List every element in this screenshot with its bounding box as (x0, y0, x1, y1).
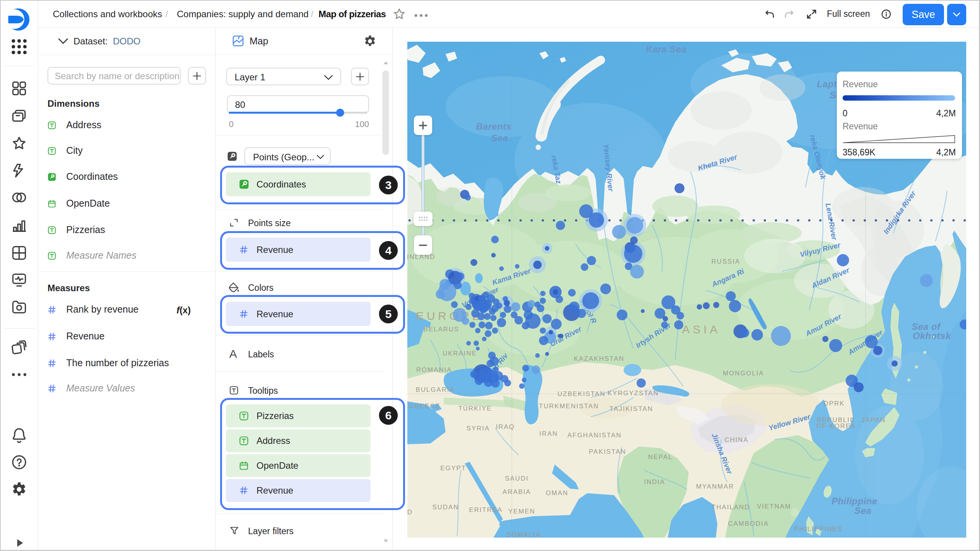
svg-text:INDIA: INDIA (644, 478, 665, 486)
svg-text:KYRGYZSTAN: KYRGYZSTAN (608, 390, 659, 397)
svg-text:IRAN: IRAN (539, 430, 558, 437)
svg-text:IRAQ: IRAQ (496, 423, 515, 430)
svg-text:OF KOREA: OF KOREA (816, 422, 856, 430)
svg-text:CAMBODIA: CAMBODIA (728, 520, 769, 527)
svg-text:BULGARIA: BULGARIA (416, 386, 455, 393)
svg-text:ARABIA: ARABIA (503, 488, 531, 496)
svg-text:MYANMAR: MYANMAR (696, 483, 734, 490)
svg-text:ASIA: ASIA (682, 323, 720, 336)
svg-text:CHINA: CHINA (725, 436, 749, 443)
svg-text:AFGHANISTAN: AFGHANISTAN (567, 432, 622, 439)
svg-text:BELARUS: BELARUS (423, 326, 459, 333)
svg-text:ERITREA: ERITREA (469, 506, 503, 514)
svg-text:MONGOLIA: MONGOLIA (723, 370, 764, 377)
svg-text:TÜRKIYE: TÜRKIYE (458, 405, 492, 412)
svg-text:OMAN: OMAN (546, 489, 568, 497)
svg-text:UZBEKISTAN: UZBEKISTAN (557, 390, 605, 398)
svg-text:CHAD: CHAD (407, 509, 413, 516)
svg-text:SUDAN: SUDAN (432, 504, 459, 511)
svg-text:Sea of: Sea of (911, 321, 941, 332)
svg-text:EGYPT: EGYPT (440, 465, 466, 472)
svg-text:Sea: Sea (491, 133, 508, 143)
svg-text:KAZAKHSTAN: KAZAKHSTAN (574, 355, 624, 362)
svg-text:Okhotsk: Okhotsk (913, 331, 951, 341)
svg-text:TURKMENISTAN: TURKMENISTAN (539, 403, 599, 410)
svg-text:Kara Sea: Kara Sea (646, 44, 687, 54)
svg-text:NEPAL: NEPAL (648, 453, 673, 461)
svg-text:PAKISTAN: PAKISTAN (589, 448, 626, 455)
svg-text:JAPAN: JAPAN (861, 416, 886, 424)
svg-text:SAUDI: SAUDI (505, 475, 529, 482)
svg-text:TAJIKISTAN: TAJIKISTAN (609, 405, 653, 412)
svg-text:DPRK: DPRK (823, 400, 844, 407)
svg-text:GREECE: GREECE (408, 403, 441, 410)
svg-text:PHILIPPINES: PHILIPPINES (794, 525, 843, 533)
svg-text:Philippine: Philippine (831, 496, 877, 506)
svg-text:Barents: Barents (476, 121, 512, 132)
svg-text:UKRAINE: UKRAINE (443, 350, 477, 357)
svg-text:THAILAND: THAILAND (712, 504, 750, 511)
svg-text:VIETNAM: VIETNAM (757, 503, 791, 510)
svg-text:RUSSIA: RUSSIA (711, 258, 740, 265)
svg-text:ROMANIA: ROMANIA (416, 366, 452, 373)
svg-text:YEMEN: YEMEN (508, 508, 535, 515)
svg-text:SOMALIA: SOMALIA (506, 531, 541, 538)
svg-text:SYRIA: SYRIA (466, 425, 490, 432)
svg-text:Sea: Sea (854, 505, 871, 516)
